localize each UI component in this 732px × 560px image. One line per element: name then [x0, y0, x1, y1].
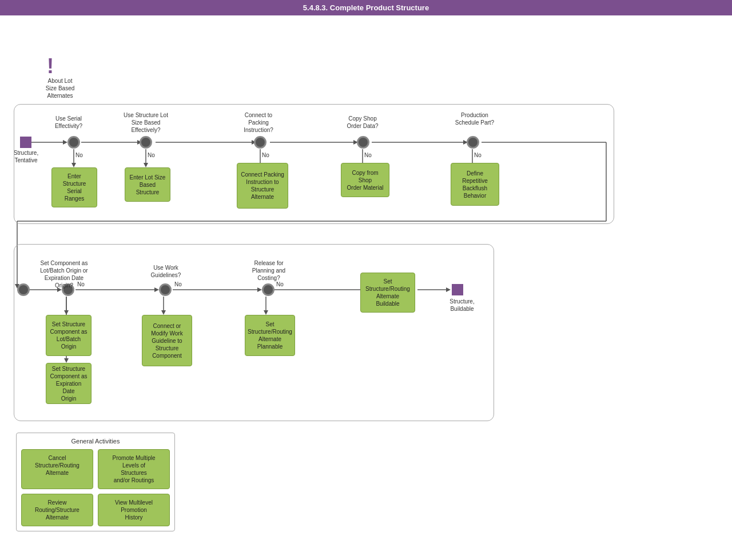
decision-label-7: Use WorkGuidelines?	[143, 264, 189, 279]
activity-6[interactable]: Set StructureComponent asLot/BatchOrigin	[46, 315, 92, 356]
ga-item-4[interactable]: View MultilevelPromotionHistory	[98, 494, 170, 526]
ga-item-3[interactable]: ReviewRouting/StructureAlternate	[21, 494, 93, 526]
activity-9[interactable]: SetStructure/RoutingAlternatePlannable	[245, 315, 295, 356]
ga-item-2[interactable]: Promote MultipleLevels ofStructuresand/o…	[98, 449, 170, 489]
exclamation-icon: !	[47, 54, 54, 78]
general-activities-box: General Activities CancelStructure/Routi…	[16, 433, 175, 531]
decision-node-7	[159, 283, 172, 296]
decision-node-8	[262, 283, 274, 296]
exclamation-label: About LotSize BasedAlternates	[34, 77, 86, 99]
row1-container	[14, 104, 614, 224]
end-node	[452, 284, 463, 295]
ga-item-1[interactable]: CancelStructure/RoutingAlternate	[21, 449, 93, 489]
general-activities-title: General Activities	[21, 438, 170, 445]
activity-8[interactable]: Connect orModify WorkGuideline toStructu…	[142, 315, 192, 366]
end-label: Structure,Buildable	[445, 298, 479, 313]
row2-start-node	[17, 283, 30, 296]
decision-label-8: Release forPlanning andCosting?	[243, 259, 295, 282]
decision-label-6: Set Component asLot/Batch Origin orExpir…	[35, 259, 93, 289]
activity-10[interactable]: SetStructure/RoutingAlternateBuildable	[360, 273, 415, 313]
general-activities-grid: CancelStructure/RoutingAlternate Promote…	[21, 449, 170, 526]
page-title: 5.4.8.3. Complete Product Structure	[0, 0, 732, 15]
diagram-canvas: No No No No No	[0, 15, 732, 560]
activity-7[interactable]: Set StructureComponent asExpiration Date…	[46, 363, 92, 404]
